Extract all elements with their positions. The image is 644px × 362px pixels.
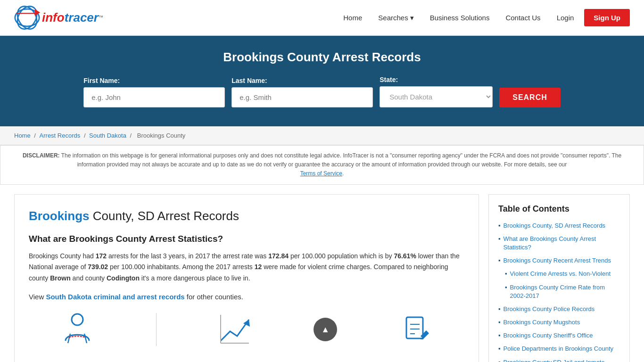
toc-sidebar: Table of Contents Brookings County, SD A…: [488, 194, 630, 362]
site-header: infotracer™ Home Searches ▾ Business Sol…: [0, 0, 644, 36]
last-name-input[interactable]: [231, 87, 373, 107]
arrest-icon: [58, 310, 96, 348]
toc-item-9: Brookings County,SD Jail and Inmate Reco…: [498, 358, 620, 362]
toc-item-0: Brookings County, SD Arrest Records: [498, 222, 620, 230]
first-name-label: First Name:: [83, 77, 120, 84]
breadcrumb-brookings: Brookings County: [137, 132, 186, 139]
toc-link-2[interactable]: Brookings County Recent Arrest Trends: [504, 256, 611, 265]
disclaimer-bar: DISCLAIMER: The information on this webp…: [0, 145, 644, 185]
view-pre: View: [29, 293, 46, 301]
toc-item-3: Violent Crime Arrests vs. Non-Violent: [498, 270, 620, 278]
text-violent-count: 12: [255, 263, 262, 271]
toc-link-0[interactable]: Brookings County, SD Arrest Records: [504, 222, 606, 230]
toc-item-2: Brookings County Recent Arrest Trends: [498, 256, 620, 265]
disclaimer-tos-link[interactable]: Terms of Service: [300, 170, 342, 177]
login-button[interactable]: Login: [551, 10, 580, 25]
toc-item-8: Police Departments in Brookings County: [498, 345, 620, 353]
toc-list: Brookings County, SD Arrest Records What…: [498, 222, 620, 362]
state-group: State: South Dakota Alabama Alaska: [380, 76, 493, 107]
write-icon: [397, 310, 435, 348]
breadcrumb-sep-1: /: [34, 132, 37, 139]
logo-tracer: tracer: [65, 10, 99, 25]
toc-item-7: Brookings County Sheriff's Office: [498, 331, 620, 340]
state-select[interactable]: South Dakota Alabama Alaska: [380, 86, 493, 107]
text-pct: 76.61%: [394, 252, 416, 260]
svg-line-7: [84, 334, 87, 343]
text-national-avg: 739.02: [88, 263, 108, 271]
toc-link-8[interactable]: Police Departments in Brookings County: [504, 345, 613, 353]
nav-home[interactable]: Home: [338, 10, 368, 25]
first-name-group: First Name:: [83, 77, 225, 107]
toc-link-9[interactable]: Brookings County,SD Jail and Inmate Reco…: [504, 358, 620, 362]
nav-contact-us[interactable]: Contact Us: [500, 10, 546, 25]
breadcrumb-south-dakota[interactable]: South Dakota: [89, 132, 126, 139]
logo-info: info: [42, 10, 65, 25]
toc-item-1: What are Brookings County Arrest Statist…: [498, 235, 620, 252]
text-mid1: arrests for the last 3 years, in 2017 th…: [107, 252, 268, 260]
search-button[interactable]: SEARCH: [499, 88, 561, 107]
toc-link-5[interactable]: Brookings County Police Records: [504, 305, 595, 313]
svg-rect-11: [406, 317, 423, 338]
icons-row: [29, 310, 464, 349]
trend-icon-figure: [216, 310, 254, 349]
nav-business-solutions[interactable]: Business Solutions: [424, 10, 495, 25]
logo[interactable]: infotracer™: [14, 5, 103, 31]
view-text-paragraph: View South Dakota criminal and arrest re…: [29, 293, 464, 301]
breadcrumb: Home / Arrest Records / South Dakota / B…: [0, 126, 644, 145]
trend-icon: [216, 310, 254, 348]
disclaimer-label: DISCLAIMER:: [23, 152, 60, 159]
chevron-down-icon: ▾: [410, 14, 414, 22]
toc-link-7[interactable]: Brookings County Sheriff's Office: [504, 331, 593, 340]
main-nav: Home Searches ▾ Business Solutions Conta…: [338, 9, 630, 26]
page-title: Brookings County Arrest Records: [9, 50, 635, 65]
toc-item-5: Brookings County Police Records: [498, 305, 620, 313]
breadcrumb-home[interactable]: Home: [14, 132, 31, 139]
content-area: Brookings County, SD Arrest Records What…: [14, 194, 479, 362]
state-label: State:: [380, 76, 398, 83]
content-subtitle: What are Brookings County Arrest Statist…: [29, 234, 464, 244]
breadcrumb-sep-2: /: [84, 132, 87, 139]
disclaimer-period: .: [342, 170, 344, 177]
text-rate2017: 172.84: [268, 252, 289, 260]
view-link[interactable]: South Dakota criminal and arrest records: [46, 293, 184, 301]
hero-section: Brookings County Arrest Records First Na…: [0, 36, 644, 126]
toc-link-3[interactable]: Violent Crime Arrests vs. Non-Violent: [510, 270, 611, 278]
arrest-icon-figure: [58, 310, 96, 349]
logo-tm: ™: [99, 15, 103, 20]
toc-item-4: Brookings County Crime Rate from 2002-20…: [498, 283, 620, 300]
text-mid4: per 100.000 inhabitants. Among the 2017 …: [108, 263, 255, 271]
toc-link-6[interactable]: Brookings County Mugshots: [504, 318, 580, 327]
disclaimer-text: The information on this webpage is for g…: [61, 152, 621, 168]
content-title-rest: County, SD Arrest Records: [90, 209, 239, 223]
write-icon-figure: [397, 310, 435, 349]
text-mid6: and county: [71, 274, 107, 282]
text-arrests: 172: [96, 252, 107, 260]
toc-link-4[interactable]: Brookings County Crime Rate from 2002-20…: [510, 283, 620, 300]
breadcrumb-sep-3: /: [130, 132, 133, 139]
search-form: First Name: Last Name: State: South Dako…: [9, 76, 635, 107]
icon-divider-1: [156, 313, 157, 346]
view-rest: for other counties.: [185, 293, 243, 301]
main-container: Brookings County, SD Arrest Records What…: [0, 185, 644, 362]
content-paragraph: Brookings County had 172 arrests for the…: [29, 251, 464, 284]
last-name-label: Last Name:: [231, 77, 267, 84]
scroll-top-button[interactable]: [314, 318, 337, 341]
nav-searches[interactable]: Searches ▾: [372, 10, 419, 26]
svg-point-5: [72, 314, 83, 325]
text-pre1: Brookings County had: [29, 252, 96, 260]
text-county2: Codington: [107, 274, 140, 282]
svg-line-6: [68, 334, 70, 343]
last-name-group: Last Name:: [231, 77, 373, 107]
text-mid2: per 100.000 population which is by: [289, 252, 394, 260]
text-mid7: it's a more dangerous place to live in.: [140, 274, 250, 282]
signup-button[interactable]: Sign Up: [584, 9, 630, 26]
toc-link-1[interactable]: What are Brookings County Arrest Statist…: [504, 235, 620, 252]
text-county1: Brown: [50, 274, 71, 282]
content-title-highlight: Brookings: [29, 209, 90, 223]
toc-title: Table of Contents: [498, 204, 620, 214]
toc-box: Table of Contents Brookings County, SD A…: [488, 194, 630, 362]
breadcrumb-arrest-records[interactable]: Arrest Records: [40, 132, 81, 139]
first-name-input[interactable]: [83, 87, 225, 107]
toc-item-6: Brookings County Mugshots: [498, 318, 620, 327]
nav-searches-label: Searches: [378, 14, 408, 22]
